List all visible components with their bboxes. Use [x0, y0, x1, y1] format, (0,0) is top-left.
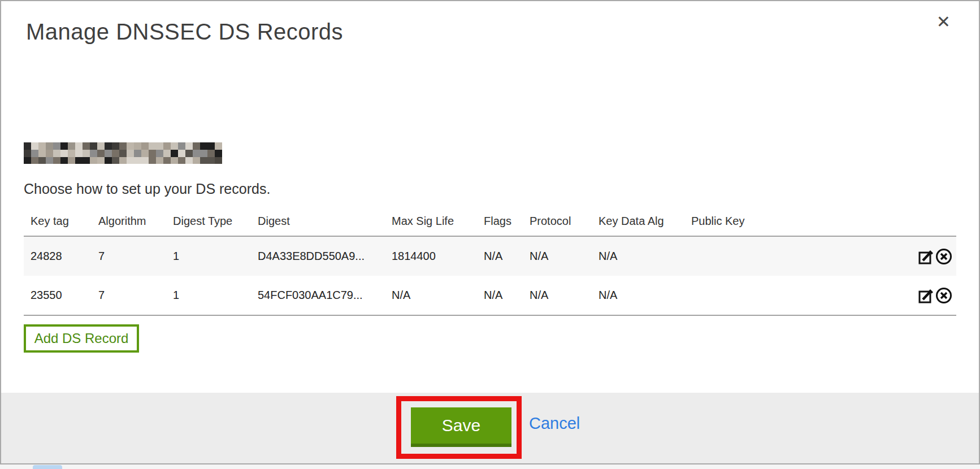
page-title: Manage DNSSEC DS Records — [26, 19, 343, 45]
cell-public-key — [684, 276, 894, 315]
modal-footer: Save Cancel — [1, 393, 979, 463]
cell-key-data-alg: N/A — [592, 276, 684, 315]
cell-algorithm: 7 — [92, 276, 166, 315]
table-header-row: Key tag Algorithm Digest Type Digest Max… — [24, 207, 956, 236]
cell-max-sig-life: 1814400 — [385, 236, 477, 276]
cell-flags: N/A — [477, 276, 523, 315]
col-header-protocol: Protocol — [523, 207, 592, 236]
close-icon[interactable]: ✕ — [936, 14, 951, 31]
cell-public-key — [684, 236, 894, 276]
cell-digest: 54FCF030AA1C79... — [251, 276, 385, 315]
col-header-digest: Digest — [251, 207, 385, 236]
add-ds-record-button[interactable]: Add DS Record — [24, 324, 139, 353]
ds-records-table: Key tag Algorithm Digest Type Digest Max… — [24, 207, 956, 316]
cell-protocol: N/A — [523, 236, 592, 276]
col-header-max-sig-life: Max Sig Life — [385, 207, 477, 236]
redacted-domain-name — [24, 142, 225, 164]
col-header-key-tag: Key tag — [24, 207, 92, 236]
col-header-public-key: Public Key — [684, 207, 894, 236]
delete-record-icon[interactable] — [935, 247, 953, 266]
cell-flags: N/A — [477, 236, 523, 276]
cell-key-tag: 24828 — [24, 236, 92, 276]
save-button[interactable]: Save — [411, 407, 511, 447]
cell-digest: D4A33E8DD550A9... — [251, 236, 385, 276]
cell-algorithm: 7 — [92, 236, 166, 276]
col-header-actions — [894, 207, 956, 236]
cell-max-sig-life: N/A — [385, 276, 477, 315]
delete-record-icon[interactable] — [935, 286, 953, 305]
table-row: 23550 7 1 54FCF030AA1C79... N/A N/A N/A … — [24, 276, 956, 315]
cell-key-tag: 23550 — [24, 276, 92, 315]
background-page-strip — [0, 464, 980, 469]
col-header-key-data-alg: Key Data Alg — [592, 207, 684, 236]
cell-digest-type: 1 — [166, 236, 251, 276]
screen: Manage DNSSEC DS Records ✕ Choose how to… — [0, 0, 980, 469]
cell-protocol: N/A — [523, 276, 592, 315]
cancel-link[interactable]: Cancel — [529, 414, 580, 433]
edit-record-icon[interactable] — [918, 248, 935, 265]
col-header-algorithm: Algorithm — [92, 207, 166, 236]
cell-key-data-alg: N/A — [592, 236, 684, 276]
table-row: 24828 7 1 D4A33E8DD550A9... 1814400 N/A … — [24, 236, 956, 276]
col-header-flags: Flags — [477, 207, 523, 236]
edit-record-icon[interactable] — [918, 287, 935, 304]
col-header-digest-type: Digest Type — [166, 207, 251, 236]
manage-dnssec-modal: Manage DNSSEC DS Records ✕ Choose how to… — [0, 0, 980, 464]
cell-digest-type: 1 — [166, 276, 251, 315]
background-content-glimpse — [33, 465, 62, 469]
subtitle-text: Choose how to set up your DS records. — [24, 181, 270, 197]
